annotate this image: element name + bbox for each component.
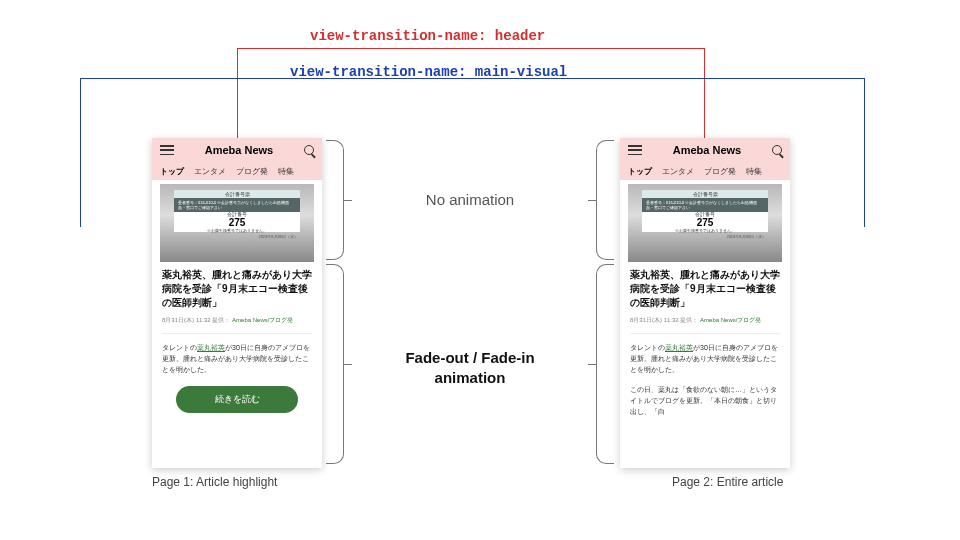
- nav-item[interactable]: エンタメ: [662, 166, 694, 177]
- brace-top-left: [596, 140, 614, 260]
- brace-bottom-right: [326, 264, 344, 464]
- article-date: 8月31日(木) 11:32: [162, 317, 211, 323]
- article-meta: 8月31日(木) 11:32 提供： Ameba News/ブログ発: [630, 316, 780, 325]
- nav-item[interactable]: エンタメ: [194, 166, 226, 177]
- divider: [630, 333, 780, 334]
- phone-nav: トップ エンタメ ブログ発 特集: [620, 162, 790, 180]
- phone-page2: Ameba News トップ エンタメ ブログ発 特集 会計番号票 受者番号：0…: [620, 138, 790, 468]
- nav-item[interactable]: ブログ発: [236, 166, 268, 177]
- ticket-header: 会計番号票: [174, 190, 300, 198]
- brace-top-right: [326, 140, 344, 260]
- ticket-number: 275: [229, 217, 246, 228]
- phone-nav: トップ エンタメ ブログ発 特集: [152, 162, 322, 180]
- ticket-number: 275: [697, 217, 714, 228]
- inline-link[interactable]: 薬丸裕英: [665, 344, 693, 351]
- article-provider: Ameba News/ブログ発: [232, 317, 293, 323]
- article-main-visual: 会計番号票 受者番号：016-010-0 ※会計番号票がなくしましたら出処機画面…: [160, 184, 314, 262]
- read-more-button[interactable]: 続きを読む: [176, 386, 298, 413]
- label-fade-animation: Fade-out / Fade-in animation: [400, 348, 540, 387]
- label-visual-transition: view-transition-name: main-visual: [290, 64, 567, 80]
- nav-item[interactable]: トップ: [628, 166, 652, 177]
- ticket-number-block: 会計番号 275 ※お薬引換番号ではありません。: [174, 212, 300, 232]
- phone-header: Ameba News: [620, 138, 790, 162]
- article-provider: Ameba News/ブログ発: [700, 317, 761, 323]
- article-body: 薬丸裕英、腫れと痛みがあり大学病院を受診「9月末エコー検査後の医師判断」 8月3…: [620, 262, 790, 423]
- ticket-header: 会計番号票: [642, 190, 768, 198]
- phone-header: Ameba News: [152, 138, 322, 162]
- article-snippet: タレントの薬丸裕英が30日に自身のアメブロを更新。腫れと痛みがあり大学病院を受診…: [162, 342, 312, 376]
- article-main-visual: 会計番号票 受者番号：016-010-0 ※会計番号票がなくしましたら出処機画面…: [628, 184, 782, 262]
- caption-page2: Page 2: Entire article: [672, 475, 783, 489]
- brace-bottom-left: [596, 264, 614, 464]
- label-no-animation: No animation: [400, 190, 540, 210]
- article-paragraph-2: この日、薬丸は「食欲のない朝に…」というタイトルでブログを更新。「本日の朝食」と…: [630, 384, 780, 418]
- nav-item[interactable]: ブログ発: [704, 166, 736, 177]
- article-date: 8月31日(木) 11:32: [630, 317, 679, 323]
- caption-page1: Page 1: Article highlight: [152, 475, 277, 489]
- article-headline: 薬丸裕英、腫れと痛みがあり大学病院を受診「9月末エコー検査後の医師判断」: [630, 268, 780, 310]
- search-icon[interactable]: [304, 145, 314, 155]
- ticket-date: 2023年8月30日（水）: [174, 232, 300, 241]
- article-meta: 8月31日(木) 11:32 提供： Ameba News/ブログ発: [162, 316, 312, 325]
- ticket-info: 受者番号：016-010-0 ※会計番号票がなくしましたら出処機画面・窓口でご確…: [174, 198, 300, 212]
- ticket-info: 受者番号：016-010-0 ※会計番号票がなくしましたら出処機画面・窓口でご確…: [642, 198, 768, 212]
- label-header-transition: view-transition-name: header: [310, 28, 545, 44]
- nav-item[interactable]: 特集: [278, 166, 294, 177]
- divider: [162, 333, 312, 334]
- nav-item[interactable]: 特集: [746, 166, 762, 177]
- ticket-date: 2023年8月30日（水）: [642, 232, 768, 241]
- site-title: Ameba News: [205, 144, 273, 156]
- provider-label: 提供：: [680, 317, 698, 323]
- ticket-number-block: 会計番号 275 ※お薬引換番号ではありません。: [642, 212, 768, 232]
- nav-item[interactable]: トップ: [160, 166, 184, 177]
- article-body: 薬丸裕英、腫れと痛みがあり大学病院を受診「9月末エコー検査後の医師判断」 8月3…: [152, 262, 322, 419]
- menu-icon[interactable]: [160, 145, 174, 155]
- phone-page1: Ameba News トップ エンタメ ブログ発 特集 会計番号票 受者番号：0…: [152, 138, 322, 468]
- article-headline: 薬丸裕英、腫れと痛みがあり大学病院を受診「9月末エコー検査後の医師判断」: [162, 268, 312, 310]
- provider-label: 提供：: [212, 317, 230, 323]
- inline-link[interactable]: 薬丸裕英: [197, 344, 225, 351]
- menu-icon[interactable]: [628, 145, 642, 155]
- article-snippet: タレントの薬丸裕英が30日に自身のアメブロを更新。腫れと痛みがあり大学病院を受診…: [630, 342, 780, 376]
- search-icon[interactable]: [772, 145, 782, 155]
- site-title: Ameba News: [673, 144, 741, 156]
